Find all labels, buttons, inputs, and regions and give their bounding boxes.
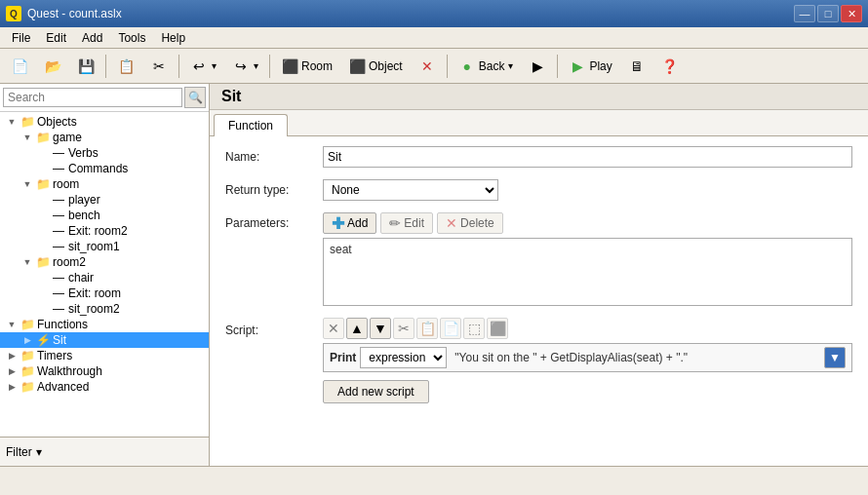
verbs-icon: — bbox=[51, 146, 66, 160]
minimize-button[interactable]: — bbox=[794, 5, 815, 22]
new-button[interactable]: 📄 bbox=[4, 53, 35, 80]
open-icon: 📂 bbox=[44, 57, 61, 75]
expander-sit: ▶ bbox=[20, 335, 35, 345]
script-down-btn[interactable]: ▼ bbox=[370, 318, 391, 339]
expander-sit-room2: ▶ bbox=[35, 304, 51, 314]
help-button[interactable]: ❓ bbox=[654, 53, 686, 80]
maximize-button[interactable]: □ bbox=[817, 5, 839, 22]
add-room-button[interactable]: ⬛ Room bbox=[274, 53, 339, 80]
script-type-select[interactable]: expression text bbox=[360, 347, 447, 368]
search-button[interactable]: 🔍 bbox=[184, 87, 206, 108]
name-row: Name: bbox=[225, 146, 852, 168]
toolbar: 📄 📂 💾 📋 ✂ ↩ ▾ ↪ ▾ ⬛ Room ⬛ Object ✕ ● Ba… bbox=[0, 49, 868, 84]
tree-item-timers[interactable]: ▶ 📁 Timers bbox=[0, 348, 209, 363]
advanced-icon: 📁 bbox=[20, 380, 35, 394]
menu-add[interactable]: Add bbox=[74, 27, 110, 49]
filter-bar[interactable]: Filter ▾ bbox=[0, 437, 209, 466]
tree-item-room[interactable]: ▼ 📁 room bbox=[0, 176, 209, 192]
add-object-icon: ⬛ bbox=[348, 57, 366, 75]
tree-item-sit[interactable]: ▶ ⚡ Sit bbox=[0, 332, 209, 348]
param-value: seat bbox=[330, 243, 352, 256]
expander-timers: ▶ bbox=[4, 351, 20, 361]
play-label: Play bbox=[589, 59, 612, 73]
delete-param-button[interactable]: ✕ Delete bbox=[437, 212, 503, 234]
tab-function[interactable]: Function bbox=[214, 114, 288, 136]
tree-item-sit-room2[interactable]: ▶ — sit_room2 bbox=[0, 301, 209, 317]
script-delete-btn[interactable]: ✕ bbox=[323, 318, 344, 339]
redo-button[interactable]: ↪ ▾ bbox=[225, 53, 265, 80]
menu-file[interactable]: File bbox=[4, 27, 38, 49]
expander-exit-room2: ▶ bbox=[35, 226, 51, 236]
search-input[interactable] bbox=[3, 88, 182, 107]
param-toolbar: ✚ Add ✏ Edit ✕ Delete bbox=[323, 212, 852, 234]
help-icon: ❓ bbox=[661, 57, 679, 75]
add-param-icon: ✚ bbox=[332, 214, 344, 233]
exit-room-icon: — bbox=[51, 286, 66, 300]
expander-game: ▼ bbox=[20, 133, 35, 142]
script-up-btn[interactable]: ▲ bbox=[346, 318, 368, 339]
back-button[interactable]: ● Back ▾ bbox=[452, 53, 521, 80]
tree-item-objects[interactable]: ▼ 📁 Objects bbox=[0, 114, 209, 130]
tab-bar: Function bbox=[210, 110, 868, 136]
forward-button[interactable]: ▶ bbox=[522, 53, 553, 80]
add-object-button[interactable]: ⬛ Object bbox=[341, 53, 410, 80]
forward-icon: ▶ bbox=[529, 57, 546, 75]
return-type-select[interactable]: None Boolean Integer String Double Objec… bbox=[323, 179, 498, 201]
tree-item-sit-room1[interactable]: ▶ — sit_room1 bbox=[0, 239, 209, 254]
add-param-button[interactable]: ✚ Add bbox=[323, 212, 376, 234]
script-area: ✕ ▲ ▼ ✂ 📋 📄 ⬚ ⬛ Print expression text bbox=[323, 318, 852, 403]
copy-button[interactable]: 📋 bbox=[110, 53, 141, 80]
delete-param-icon: ✕ bbox=[446, 215, 457, 231]
tree-item-player[interactable]: ▶ — player bbox=[0, 192, 209, 208]
script-unwrap-btn[interactable]: ⬛ bbox=[487, 318, 508, 339]
menu-tools[interactable]: Tools bbox=[110, 27, 153, 49]
tree-item-verbs[interactable]: ▶ — Verbs bbox=[0, 145, 209, 161]
walkthrough-icon: 📁 bbox=[20, 364, 35, 378]
room2-icon: 📁 bbox=[35, 255, 51, 269]
status-bar bbox=[0, 466, 868, 495]
parameters-row: Parameters: ✚ Add ✏ Edit ✕ Dele bbox=[225, 212, 852, 306]
tree-item-advanced[interactable]: ▶ 📁 Advanced bbox=[0, 379, 209, 395]
name-input[interactable] bbox=[323, 146, 852, 168]
tree-item-exit-room2[interactable]: ▶ — Exit: room2 bbox=[0, 223, 209, 239]
content-area: Sit Function Name: Return type: None Boo… bbox=[210, 84, 868, 466]
play-button[interactable]: ▶ Play bbox=[562, 53, 618, 80]
menu-help[interactable]: Help bbox=[153, 27, 193, 49]
add-room-label: Room bbox=[301, 59, 333, 73]
exit-room2-icon: — bbox=[51, 224, 66, 238]
script-copy-btn[interactable]: 📋 bbox=[416, 318, 438, 339]
close-button[interactable]: ✕ bbox=[841, 5, 862, 22]
tree-item-game[interactable]: ▼ 📁 game bbox=[0, 130, 209, 145]
sit-room2-icon: — bbox=[51, 302, 66, 316]
edit-param-button[interactable]: ✏ Edit bbox=[380, 212, 433, 234]
edit-param-icon: ✏ bbox=[389, 215, 401, 231]
parameters-control: ✚ Add ✏ Edit ✕ Delete seat bbox=[323, 212, 852, 306]
back-icon: ● bbox=[458, 57, 476, 75]
undo-button[interactable]: ↩ ▾ bbox=[183, 53, 223, 80]
tree-item-walkthrough[interactable]: ▶ 📁 Walkthrough bbox=[0, 363, 209, 379]
script-cut-btn[interactable]: ✂ bbox=[393, 318, 414, 339]
bench-icon: — bbox=[51, 209, 66, 222]
cut-button[interactable]: ✂ bbox=[143, 53, 175, 80]
script-print-keyword: Print bbox=[330, 351, 356, 364]
open-button[interactable]: 📂 bbox=[37, 53, 68, 80]
tree-item-functions[interactable]: ▼ 📁 Functions bbox=[0, 317, 209, 332]
script-label: Script: bbox=[225, 318, 323, 337]
tree-item-bench[interactable]: ▶ — bench bbox=[0, 208, 209, 223]
tree-item-commands[interactable]: ▶ — Commands bbox=[0, 161, 209, 176]
expander-player: ▶ bbox=[35, 195, 51, 205]
tree-item-room2[interactable]: ▼ 📁 room2 bbox=[0, 254, 209, 270]
delete-button[interactable]: ✕ bbox=[412, 53, 443, 80]
script-expand-button[interactable]: ▼ bbox=[824, 347, 846, 368]
script-paste-btn[interactable]: 📄 bbox=[440, 318, 461, 339]
window-title: Quest - count.aslx bbox=[27, 7, 122, 20]
tree-item-chair[interactable]: ▶ — chair bbox=[0, 270, 209, 286]
sep1 bbox=[105, 55, 106, 78]
tree-item-exit-room[interactable]: ▶ — Exit: room bbox=[0, 286, 209, 301]
menu-edit[interactable]: Edit bbox=[38, 27, 74, 49]
script-wrap-btn[interactable]: ⬚ bbox=[463, 318, 485, 339]
save-button[interactable]: 💾 bbox=[70, 53, 101, 80]
add-script-button[interactable]: Add new script bbox=[323, 380, 429, 403]
game-browser-button[interactable]: 🖥 bbox=[621, 53, 652, 80]
commands-icon: — bbox=[51, 162, 66, 175]
